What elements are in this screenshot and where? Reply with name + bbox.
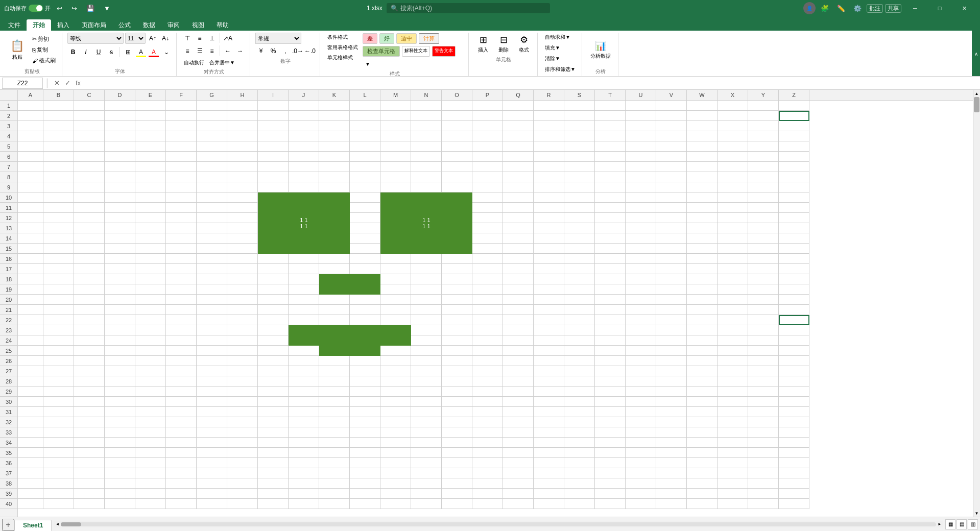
cell-K1[interactable] xyxy=(319,101,350,111)
cell-F39[interactable] xyxy=(166,489,197,499)
cell-E35[interactable] xyxy=(135,448,166,458)
cell-B8[interactable] xyxy=(43,172,74,182)
cell-A1[interactable] xyxy=(18,101,43,111)
cell-H20[interactable] xyxy=(227,295,258,305)
wrap-text-btn[interactable]: 自动换行 xyxy=(182,58,206,67)
cell-D34[interactable] xyxy=(105,438,135,448)
row-header-32[interactable]: 32 xyxy=(0,417,17,427)
cell-A14[interactable] xyxy=(18,233,43,244)
minimize-button[interactable]: ─ xyxy=(903,0,927,16)
cell-E40[interactable] xyxy=(135,499,166,509)
cell-Q17[interactable] xyxy=(503,264,534,274)
cell-U24[interactable] xyxy=(626,335,656,346)
cell-D21[interactable] xyxy=(105,305,135,315)
cell-S12[interactable] xyxy=(564,213,595,223)
cell-Z38[interactable] xyxy=(779,478,809,489)
tab-data[interactable]: 数据 xyxy=(137,19,161,31)
cell-F36[interactable] xyxy=(166,458,197,468)
cell-K13[interactable] xyxy=(319,223,350,233)
row-header-18[interactable]: 18 xyxy=(0,274,17,284)
cell-S5[interactable] xyxy=(564,141,595,152)
cell-E16[interactable] xyxy=(135,254,166,264)
cell-K9[interactable] xyxy=(319,182,350,192)
style-check[interactable]: 检查单元格 xyxy=(363,46,400,57)
row-header-29[interactable]: 29 xyxy=(0,387,17,397)
cell-T17[interactable] xyxy=(595,264,626,274)
italic-button[interactable]: I xyxy=(80,46,91,58)
cell-G8[interactable] xyxy=(197,172,227,182)
cell-N28[interactable] xyxy=(411,376,442,387)
extension-btn[interactable]: 🧩 xyxy=(818,4,832,13)
cut-button[interactable]: ✂ 剪切 xyxy=(30,34,58,44)
cell-X31[interactable] xyxy=(718,407,748,417)
cell-R25[interactable] xyxy=(534,346,564,356)
cell-X37[interactable] xyxy=(718,468,748,478)
cell-M5[interactable] xyxy=(380,141,411,152)
cell-L6[interactable] xyxy=(350,152,380,162)
cell-N10[interactable] xyxy=(411,192,442,203)
col-header-J[interactable]: J xyxy=(289,90,319,100)
increase-decimal-btn[interactable]: .0→ xyxy=(292,45,303,57)
cell-U28[interactable] xyxy=(626,376,656,387)
cell-X3[interactable] xyxy=(718,121,748,131)
rotate-btn[interactable]: ↗A xyxy=(222,33,233,44)
cell-Q35[interactable] xyxy=(503,448,534,458)
cell-S29[interactable] xyxy=(564,387,595,397)
cell-U21[interactable] xyxy=(626,305,656,315)
row-header-17[interactable]: 17 xyxy=(0,264,17,274)
cell-P30[interactable] xyxy=(472,397,503,407)
cell-Z25[interactable] xyxy=(779,346,809,356)
cell-A33[interactable] xyxy=(18,427,43,438)
cell-P15[interactable] xyxy=(472,244,503,254)
cell-N3[interactable] xyxy=(411,121,442,131)
cell-K37[interactable] xyxy=(319,468,350,478)
cell-Z34[interactable] xyxy=(779,438,809,448)
cell-X27[interactable] xyxy=(718,366,748,376)
cell-R39[interactable] xyxy=(534,489,564,499)
cell-Y3[interactable] xyxy=(748,121,779,131)
cell-G22[interactable] xyxy=(197,315,227,325)
cell-L35[interactable] xyxy=(350,448,380,458)
cell-W30[interactable] xyxy=(687,397,718,407)
cell-O29[interactable] xyxy=(442,387,472,397)
cell-T36[interactable] xyxy=(595,458,626,468)
cell-O2[interactable] xyxy=(442,111,472,121)
cell-F16[interactable] xyxy=(166,254,197,264)
cell-U35[interactable] xyxy=(626,448,656,458)
cell-C28[interactable] xyxy=(74,376,105,387)
col-header-E[interactable]: E xyxy=(135,90,166,100)
cell-Z32[interactable] xyxy=(779,417,809,427)
cell-W33[interactable] xyxy=(687,427,718,438)
cell-L17[interactable] xyxy=(350,264,380,274)
cell-W11[interactable] xyxy=(687,203,718,213)
cell-M22[interactable] xyxy=(380,315,411,325)
cell-U15[interactable] xyxy=(626,244,656,254)
page-break-btn[interactable]: ▥ xyxy=(968,519,978,529)
cell-Y1[interactable] xyxy=(748,101,779,111)
cell-D13[interactable] xyxy=(105,223,135,233)
cell-K18[interactable] xyxy=(319,274,350,284)
cell-I18[interactable] xyxy=(258,274,289,284)
cell-X6[interactable] xyxy=(718,152,748,162)
cell-R3[interactable] xyxy=(534,121,564,131)
cell-F32[interactable] xyxy=(166,417,197,427)
cell-A8[interactable] xyxy=(18,172,43,182)
cell-V21[interactable] xyxy=(656,305,687,315)
cell-S32[interactable] xyxy=(564,417,595,427)
cell-O22[interactable] xyxy=(442,315,472,325)
cell-W9[interactable] xyxy=(687,182,718,192)
cell-X10[interactable] xyxy=(718,192,748,203)
cell-W39[interactable] xyxy=(687,489,718,499)
cell-M37[interactable] xyxy=(380,468,411,478)
col-header-K[interactable]: K xyxy=(319,90,350,100)
row-header-10[interactable]: 10 xyxy=(0,192,17,203)
cell-U8[interactable] xyxy=(626,172,656,182)
row-header-8[interactable]: 8 xyxy=(0,172,17,182)
cell-K23[interactable] xyxy=(319,325,350,335)
cell-B17[interactable] xyxy=(43,264,74,274)
cell-G5[interactable] xyxy=(197,141,227,152)
cell-G29[interactable] xyxy=(197,387,227,397)
cell-I6[interactable] xyxy=(258,152,289,162)
cell-W22[interactable] xyxy=(687,315,718,325)
cell-D17[interactable] xyxy=(105,264,135,274)
